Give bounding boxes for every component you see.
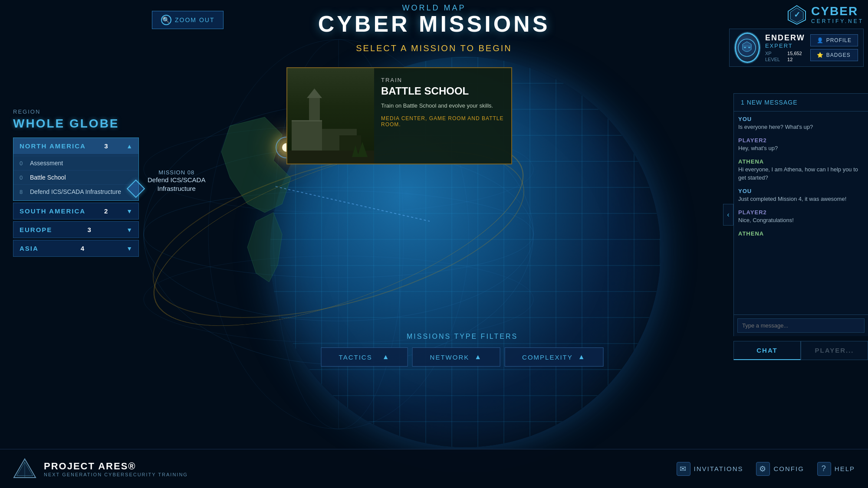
- brand-text: CYBER CERTIFY.NET: [811, 4, 864, 24]
- building-scene: [287, 68, 374, 164]
- region-header-asia[interactable]: ASIA 4 ▼: [13, 240, 138, 256]
- help-label: HELP: [835, 465, 855, 472]
- chevron-down-icon-as: ▼: [126, 245, 132, 252]
- svg-rect-15: [748, 47, 750, 48]
- mission-name-defend-ics: Defend ICS/SCADA Infrastructure: [30, 188, 121, 195]
- region-name-north-america: NORTH AMERICA: [20, 142, 86, 150]
- help-button[interactable]: ? HELP: [817, 462, 855, 476]
- invitations-button[interactable]: ✉ INVITATIONS: [677, 462, 743, 476]
- collapse-panel-arrow[interactable]: ‹: [723, 204, 733, 226]
- tab-players[interactable]: PLAYER...: [801, 341, 868, 360]
- popup-image: [287, 68, 374, 164]
- mission-popup: TRAIN BATTLE SCHOOL Train on Battle Scho…: [286, 67, 512, 164]
- mission-battle-school[interactable]: 0 Battle School: [13, 170, 138, 184]
- xp-label: XP: [765, 51, 783, 56]
- mission-name-battle-school: Battle School: [30, 174, 66, 181]
- chat-sender-you-2: YOU: [738, 188, 864, 194]
- north-america-missions: 0 Assessment 0 Battle School 8 Defend IC…: [13, 154, 138, 200]
- filter-tactics[interactable]: TACTICS ▲: [321, 347, 408, 367]
- popup-content: TRAIN BATTLE SCHOOL Train on Battle Scho…: [374, 68, 511, 164]
- chat-text-2: Hey, what's up?: [738, 144, 864, 152]
- chat-sender-athena-2: ATHENA: [738, 230, 864, 237]
- chat-input[interactable]: [737, 318, 865, 333]
- chat-text-1: Is everyone here? What's up?: [738, 123, 864, 131]
- help-icon: ?: [817, 462, 831, 476]
- filter-complexity-label: COMPLEXITY: [522, 354, 573, 361]
- region-label: REGION: [13, 108, 139, 115]
- mission-num-8: 8: [20, 189, 26, 195]
- invitations-label: INVITATIONS: [694, 465, 743, 472]
- region-count-asia: 4: [81, 245, 84, 252]
- chat-msg-6: ATHENA: [738, 230, 864, 237]
- bottom-actions: ✉ INVITATIONS ⚙ CONFIG ? HELP: [677, 462, 855, 476]
- profile-label: PROFILE: [826, 37, 852, 43]
- filter-complexity[interactable]: COMPLEXITY ▲: [504, 347, 604, 367]
- diamond-icon: [127, 180, 145, 198]
- region-count-north-america: 3: [104, 142, 108, 150]
- popup-title: BATTLE SCHOOL: [381, 85, 504, 97]
- chevron-up-icon: ▲: [126, 143, 132, 150]
- select-mission-text: SELECT A MISSION TO BEGIN: [356, 43, 512, 53]
- region-item-asia[interactable]: ASIA 4 ▼: [13, 240, 139, 257]
- filter-network-arrow: ▲: [474, 353, 482, 361]
- ares-text: PROJECT ARES® NEXT GENERATION CYBERSECUR…: [44, 461, 188, 477]
- building-tower: [309, 96, 320, 120]
- chat-sender-you-1: YOU: [738, 116, 864, 122]
- region-item-north-america[interactable]: NORTH AMERICA 3 ▲ 0 Assessment 0 Battle …: [13, 138, 139, 201]
- chat-msg-3: ATHENA Hi everyone, I am Athena, how can…: [738, 158, 864, 181]
- bottom-bar: PROJECT ARES® NEXT GENERATION CYBERSECUR…: [0, 449, 868, 488]
- tab-chat[interactable]: CHAT: [733, 341, 801, 360]
- user-info: ENDERW EXPERT XP 15,652 LEVEL 12: [765, 33, 805, 62]
- region-header-europe[interactable]: EUROPE 3 ▼: [13, 222, 138, 238]
- badges-label: BADGES: [826, 52, 851, 58]
- tree-2: [352, 145, 359, 157]
- left-arrow-icon: ‹: [727, 211, 729, 219]
- chat-text-5: Nice, Congratulations!: [738, 216, 864, 224]
- filter-tactics-label: TACTICS: [339, 354, 372, 361]
- chat-text-3: Hi everyone, I am Athena, how can I help…: [738, 166, 864, 181]
- chevron-down-icon-sa: ▼: [126, 208, 132, 215]
- user-section: ENDERW EXPERT XP 15,652 LEVEL 12 👤 PROFI…: [729, 29, 864, 67]
- region-item-europe[interactable]: EUROPE 3 ▼: [13, 221, 139, 238]
- chat-sender-athena-1: ATHENA: [738, 158, 864, 165]
- mission-name-assessment: Assessment: [30, 160, 63, 167]
- region-header-south-america[interactable]: SOUTH AMERICA 2 ▼: [13, 203, 138, 219]
- brand-certify-suffix: CERTIFY.NET: [811, 18, 864, 24]
- filter-network-label: NETWORK: [430, 354, 470, 361]
- config-label: CONFIG: [773, 465, 804, 472]
- region-header-north-america[interactable]: NORTH AMERICA 3 ▲: [13, 138, 138, 154]
- cyber-certify-logo: ✓: [786, 3, 808, 25]
- mission-marker[interactable]: [127, 180, 145, 197]
- ares-title: PROJECT ARES®: [44, 461, 188, 472]
- zoom-out-label: ZOOM OUT: [175, 16, 214, 23]
- config-icon: ⚙: [756, 462, 770, 476]
- chat-msg-5: PLAYER2 Nice, Congratulations!: [738, 209, 864, 224]
- badges-button[interactable]: ⭐ BADGES: [810, 49, 858, 61]
- user-rank: EXPERT: [765, 43, 805, 49]
- popup-inner: TRAIN BATTLE SCHOOL Train on Battle Scho…: [287, 68, 511, 164]
- building-left: [292, 120, 322, 155]
- chat-tabs: CHAT PLAYER...: [733, 341, 868, 360]
- chat-msg-2: PLAYER2 Hey, what's up?: [738, 137, 864, 152]
- mission-name-on-globe: Defend ICS/SCADAInfrastructure: [148, 176, 205, 193]
- mission-number: MISSION 08: [148, 169, 205, 176]
- chat-msg-4: YOU Just completed Mission 4, it was awe…: [738, 188, 864, 203]
- user-avatar-icon: [737, 38, 757, 58]
- mission-defend-ics[interactable]: 8 Defend ICS/SCADA Infrastructure: [13, 184, 138, 199]
- zoom-out-button[interactable]: 🔍 ZOOM OUT: [152, 11, 224, 29]
- chevron-down-icon-eu: ▼: [126, 226, 132, 233]
- region-name-south-america: SOUTH AMERICA: [20, 207, 85, 215]
- filter-network[interactable]: NETWORK ▲: [412, 347, 500, 367]
- chat-msg-1: YOU Is everyone here? What's up?: [738, 116, 864, 131]
- config-button[interactable]: ⚙ CONFIG: [756, 462, 804, 476]
- user-avatar: [735, 33, 760, 63]
- project-ares-logo: [13, 457, 37, 481]
- filter-complexity-arrow: ▲: [578, 353, 586, 361]
- left-panel: REGION WHOLE GLOBE NORTH AMERICA 3 ▲ 0 A…: [13, 108, 139, 259]
- brand-cyber-name: CYBER: [811, 4, 864, 18]
- user-buttons: 👤 PROFILE ⭐ BADGES: [810, 34, 858, 61]
- filters-row: TACTICS ▲ NETWORK ▲ COMPLEXITY ▲: [321, 347, 604, 367]
- region-item-south-america[interactable]: SOUTH AMERICA 2 ▼: [13, 203, 139, 219]
- mission-assessment[interactable]: 0 Assessment: [13, 156, 138, 170]
- profile-button[interactable]: 👤 PROFILE: [810, 34, 858, 46]
